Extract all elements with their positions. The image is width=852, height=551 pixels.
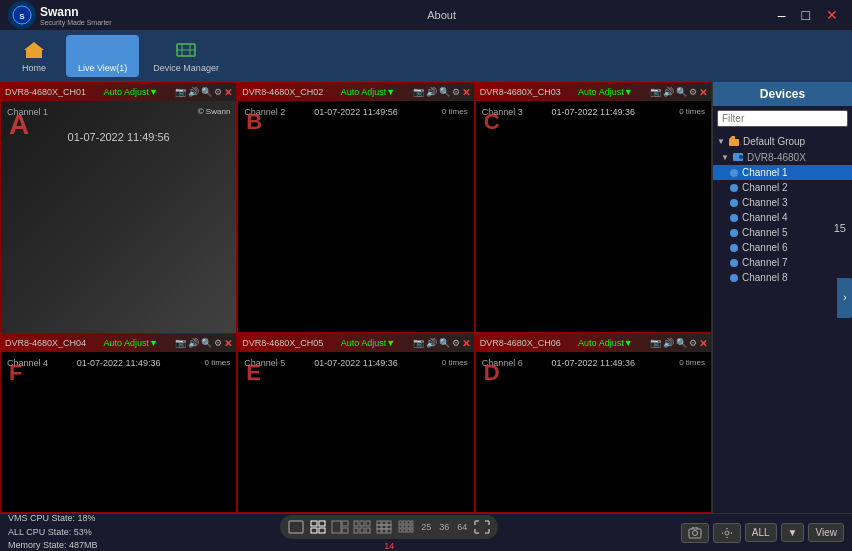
search-icon-c[interactable]: 🔍 — [676, 87, 687, 97]
close-icon-d[interactable]: ✕ — [699, 338, 707, 349]
camera-icon-d[interactable]: 📷 — [650, 338, 661, 348]
layout-6-button[interactable] — [330, 518, 350, 536]
dvr-icon — [732, 151, 744, 163]
svg-point-16 — [730, 214, 738, 222]
mic-icon-e[interactable]: 🔊 — [426, 338, 437, 348]
layout-4-button[interactable] — [308, 518, 328, 536]
settings-button[interactable] — [713, 523, 741, 543]
svg-rect-49 — [403, 525, 406, 528]
search-icon-e[interactable]: 🔍 — [439, 338, 450, 348]
device-expand-arrow: ▼ — [721, 153, 729, 162]
tree-channel-3[interactable]: Channel 3 — [713, 195, 852, 210]
close-button[interactable]: ✕ — [820, 5, 844, 25]
camera-icon-a[interactable]: 📷 — [175, 87, 186, 97]
mic-icon-f[interactable]: 🔊 — [188, 338, 199, 348]
device-manager-label: Device Manager — [153, 63, 219, 73]
svg-rect-42 — [382, 529, 386, 533]
main-area: DVR8-4680X_CH01 Auto Adjust▼ 📷 🔊 🔍 ⚙ ✕ C… — [0, 82, 852, 513]
camera-icon-e[interactable]: 📷 — [413, 338, 424, 348]
svg-point-13 — [730, 169, 738, 177]
channel-icon-7 — [729, 258, 739, 268]
tree-channel-5[interactable]: Channel 5 — [713, 225, 852, 240]
tree-channel-7[interactable]: Channel 7 — [713, 255, 852, 270]
maximize-button[interactable]: □ — [796, 5, 816, 25]
layout-controls: 25 36 64 — [280, 515, 498, 539]
close-icon-a[interactable]: ✕ — [224, 87, 232, 98]
tree-channel-6[interactable]: Channel 6 — [713, 240, 852, 255]
channel-label-2: Channel 2 — [742, 182, 788, 193]
channel-icon-3 — [729, 198, 739, 208]
tree-channel-1[interactable]: Channel 1 — [713, 165, 852, 180]
channel-label-1: Channel 1 — [742, 167, 788, 178]
search-icon-a[interactable]: 🔍 — [201, 87, 212, 97]
svg-rect-51 — [411, 525, 413, 528]
search-icon-d[interactable]: 🔍 — [676, 338, 687, 348]
liveview-button[interactable]: Live View(1) — [66, 35, 139, 77]
filter-input[interactable] — [717, 110, 848, 127]
svg-rect-5 — [101, 57, 105, 59]
settings-icon-c[interactable]: ⚙ — [689, 87, 697, 97]
toolbar: Home Live View(1) Device Manager — [0, 30, 852, 82]
layout-8-button[interactable] — [352, 518, 372, 536]
settings-icon-d[interactable]: ⚙ — [689, 338, 697, 348]
camera-timestamp-b: 01-07-2022 11:49:56 — [314, 107, 398, 117]
search-icon-f[interactable]: 🔍 — [201, 338, 212, 348]
layout-label: 14 — [384, 541, 394, 551]
snapshot-button[interactable] — [681, 523, 709, 543]
svg-point-14 — [730, 184, 738, 192]
layout-16-button[interactable] — [396, 518, 416, 536]
mic-icon-c[interactable]: 🔊 — [663, 87, 674, 97]
tree-channel-8[interactable]: Channel 8 — [713, 270, 852, 285]
tree-channel-2[interactable]: Channel 2 — [713, 180, 852, 195]
device-manager-button[interactable]: Device Manager — [141, 35, 231, 77]
tree-channel-4[interactable]: Channel 4 — [713, 210, 852, 225]
close-icon-e[interactable]: ✕ — [462, 338, 470, 349]
channel-label-3: Channel 3 — [742, 197, 788, 208]
layout-9-button[interactable] — [374, 518, 394, 536]
vms-cpu-value: 18% — [78, 513, 96, 523]
mic-icon-a[interactable]: 🔊 — [188, 87, 199, 97]
title-bar: S Swann Security Made Smarter About – □ … — [0, 0, 852, 30]
svg-rect-54 — [407, 529, 410, 532]
camera-controls-d: 📷 🔊 🔍 ⚙ ✕ — [650, 338, 707, 349]
home-button[interactable]: Home — [4, 35, 64, 77]
settings-icon-e[interactable]: ⚙ — [452, 338, 460, 348]
close-icon-b[interactable]: ✕ — [462, 87, 470, 98]
camera-icon-c[interactable]: 📷 — [650, 87, 661, 97]
sidebar-expand-button[interactable]: › — [837, 278, 852, 318]
close-icon-c[interactable]: ✕ — [699, 87, 707, 98]
mic-icon-d[interactable]: 🔊 — [663, 338, 674, 348]
camera-icon-b[interactable]: 📷 — [413, 87, 424, 97]
channel-icon-6 — [729, 243, 739, 253]
tree-device-dvr[interactable]: ▼ DVR8-4680X — [713, 149, 852, 165]
mic-icon-b[interactable]: 🔊 — [426, 87, 437, 97]
camera-panel-d: DVR8-4680X_CH06 Auto Adjust▼ 📷 🔊 🔍 ⚙ ✕ C… — [475, 333, 712, 513]
camera-status-d: Auto Adjust▼ — [578, 338, 632, 348]
settings-icon-a[interactable]: ⚙ — [214, 87, 222, 97]
close-icon-f[interactable]: ✕ — [224, 338, 232, 349]
layout-36-button[interactable]: 36 — [436, 520, 452, 534]
camera-timestamp-e: 01-07-2022 11:49:36 — [314, 358, 398, 368]
fullscreen-button[interactable] — [472, 518, 492, 536]
layout-25-button[interactable]: 25 — [418, 520, 434, 534]
minimize-button[interactable]: – — [772, 5, 792, 25]
group-expand-arrow: ▼ — [717, 137, 725, 146]
channel-label-8: Channel 8 — [742, 272, 788, 283]
camera-icon-f[interactable]: 📷 — [175, 338, 186, 348]
layout-64-button[interactable]: 64 — [454, 520, 470, 534]
search-icon-b[interactable]: 🔍 — [439, 87, 450, 97]
channel-icon-8 — [729, 273, 739, 283]
settings-icon-b[interactable]: ⚙ — [452, 87, 460, 97]
channel-icon-4 — [729, 213, 739, 223]
svg-rect-39 — [382, 525, 386, 529]
camera-body-e: Channel 5 01-07-2022 11:49:36 0 times E — [238, 352, 473, 512]
dropdown-button[interactable]: ▼ — [781, 523, 805, 542]
all-cpu-value: 53% — [74, 527, 92, 537]
view-button[interactable]: View — [808, 523, 844, 542]
layout-1-button[interactable] — [286, 518, 306, 536]
all-button[interactable]: ALL — [745, 523, 777, 542]
svg-rect-36 — [382, 521, 386, 525]
camera-title-c: DVR8-4680X_CH03 — [480, 87, 561, 97]
tree-group-default[interactable]: ▼ Default Group — [713, 133, 852, 149]
settings-icon-f[interactable]: ⚙ — [214, 338, 222, 348]
